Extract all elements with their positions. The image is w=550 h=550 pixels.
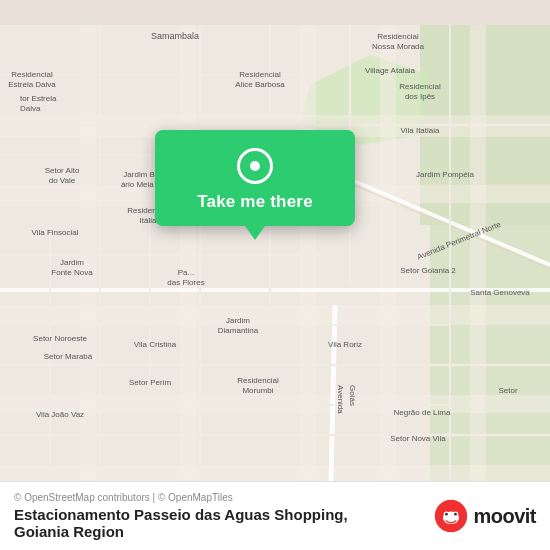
map-attribution: © OpenStreetMap contributors | © OpenMap… [14,492,348,503]
svg-text:Jardim: Jardim [226,316,250,325]
svg-text:Jardim Pompéia: Jardim Pompéia [416,170,474,179]
moovit-icon [433,498,469,534]
map-background: Samambala Residencial Nossa Morada Resid… [0,0,550,550]
svg-point-82 [446,513,449,516]
svg-rect-12 [380,25,396,525]
svg-text:Samambala: Samambala [151,31,199,41]
svg-text:Setor Marabá: Setor Marabá [44,352,93,361]
svg-text:Diamantina: Diamantina [218,326,259,335]
svg-text:Jardim: Jardim [60,258,84,267]
svg-text:Goiás: Goiás [348,385,357,406]
svg-text:Santa Genoveva: Santa Genoveva [470,288,530,297]
svg-text:Village Atalaia: Village Atalaia [365,66,416,75]
moovit-brand-text: moovit [473,505,536,528]
svg-point-83 [455,513,458,516]
svg-text:Setor Noroeste: Setor Noroeste [33,334,87,343]
svg-text:dos Ipês: dos Ipês [405,92,435,101]
svg-text:Residencial: Residencial [239,70,281,79]
svg-text:Vila João Vaz: Vila João Vaz [36,410,84,419]
svg-text:das Flores: das Flores [167,278,204,287]
svg-text:Setor Perim: Setor Perim [129,378,172,387]
svg-text:Residencial: Residencial [377,32,419,41]
svg-text:do Vale: do Vale [49,176,76,185]
location-popup[interactable]: Take me there [155,130,355,226]
svg-text:Setor: Setor [498,386,517,395]
svg-rect-13 [470,25,486,525]
svg-text:Residencial: Residencial [399,82,441,91]
place-name: Estacionamento Passeio das Aguas Shoppin… [14,506,348,540]
moovit-logo: moovit [433,498,536,534]
svg-text:tor Estrela: tor Estrela [20,94,57,103]
svg-rect-11 [300,25,316,525]
svg-text:Vila Roriz: Vila Roriz [328,340,362,349]
svg-text:Vila Cristina: Vila Cristina [134,340,177,349]
svg-text:Negrão de Lima: Negrão de Lima [394,408,451,417]
svg-text:Residencial: Residencial [11,70,53,79]
svg-text:Estrela Dalva: Estrela Dalva [8,80,56,89]
map-container: Samambala Residencial Nossa Morada Resid… [0,0,550,550]
location-pin-icon [237,148,273,184]
svg-text:Setor Nova Vila: Setor Nova Vila [390,434,446,443]
svg-text:Fonte Nova: Fonte Nova [51,268,93,277]
bottom-bar: © OpenStreetMap contributors | © OpenMap… [0,481,550,550]
svg-text:Nossa Morada: Nossa Morada [372,42,425,51]
svg-text:Setor Alto: Setor Alto [45,166,80,175]
svg-text:Vila Itatiaia: Vila Itatiaia [401,126,441,135]
place-info: © OpenStreetMap contributors | © OpenMap… [14,492,348,540]
svg-text:Avenida: Avenida [336,385,345,414]
svg-text:Pa...: Pa... [178,268,194,277]
svg-text:Dalva: Dalva [20,104,41,113]
popup-label[interactable]: Take me there [197,192,313,212]
svg-text:Alice Barbosa: Alice Barbosa [235,80,285,89]
svg-text:Vila Finsocial: Vila Finsocial [32,228,79,237]
svg-text:Morumbi: Morumbi [242,386,273,395]
svg-text:Setor Goiania 2: Setor Goiania 2 [400,266,456,275]
svg-text:Residencial: Residencial [237,376,279,385]
